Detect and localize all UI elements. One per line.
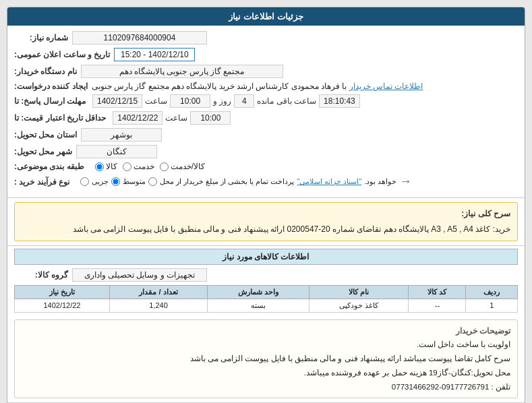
radio-kala-khadamat-input[interactable] [160,162,169,171]
nam-dastgah-value: مجتمع گاز پارس جنوبی پالایشگاه دهم [81,65,283,78]
saat-label: ساعت [145,96,167,106]
tamam-text: پرداخت تمام یا بخشی از مبلغ خریدار از مح… [160,177,294,186]
radio-khadamat-label: خدمت [134,162,154,171]
shomare-niyaz-label: شماره نیاز: [14,33,68,42]
card-header: جزئیات اطلاعات نیاز [7,7,525,26]
col-tarikh: تاریخ نیاز [15,285,110,299]
heddate-saat-label: ساعت [165,113,187,123]
shahr-value: کنگان [76,145,157,158]
desc-line2: سرح کامل تقاضا پیوست میباشد ارائه پیشنها… [190,354,510,363]
radio-kala-label: کالا [106,162,117,171]
page-title: جزئیات اطلاعات نیاز [229,11,303,22]
radio-motavasset-input[interactable] [111,177,120,186]
radio-kala-khadamat[interactable]: کالا/خدمت [160,162,205,171]
table-row: 1--کاغذ خودکپیبسته1,2401402/12/22 [15,299,518,312]
tabaghe-row: کالا/خدمت خدمت کالا طبقه بندی موضوعی: [14,162,518,171]
shomare-niyaz-value: 1102097684000904 [72,31,207,44]
red-arrow-icon: → [400,175,412,189]
rooz-value: 4 [234,94,254,108]
ijad-konande-row: اطلاعات تماس خریدار با فرهاد محمودی کارش… [14,82,518,91]
cell-nam: کاغذ خودکپی [309,299,409,312]
radio-kala-input[interactable] [95,162,104,171]
shahr-label: شهر محل تحویل: [14,147,72,156]
tarikh-ilan-label: تاریخ و ساعت اعلان عمومی: [14,50,110,59]
mohlat-row: 18:10:43 ساعت باقی مانده 4 روز و 10:00 س… [14,94,518,108]
shomare-niyaz-row: 1102097684000904 شماره نیاز: [14,31,518,44]
serh-koli-text: خرید: کاغذ A3 , A5 , A4 پالایشگاه دهم تق… [73,224,511,234]
serh-koli-section: سرح کلی نیاز: خرید: کاغذ A3 , A5 , A4 پا… [14,202,518,241]
shahr-row: کنگان شهر محل تحویل: [14,145,518,158]
page-wrapper: جزئیات اطلاعات نیاز 1102097684000904 شما… [0,0,532,403]
heddate-date: 1402/12/22 [113,111,162,125]
nam-dastgah-label: نام دستگاه خریدار: [14,67,77,76]
rooz-label: روز و [213,96,231,106]
kala-section-title: اطلاعات کالاهای مورد نیاز [14,249,518,265]
tabaghe-radio-group: کالا/خدمت خدمت کالا [95,162,205,171]
heddate-label: حداقل تاریخ اعتبار قیمت: تا [14,113,106,123]
table-header-row: ردیف کد کالا نام کالا واحد شمارش تعداد /… [15,285,518,299]
desc-line1: اولویت با ساخت داخل است. [417,340,510,348]
desc-section: توضیحات خریدار اولویت با ساخت داخل است. … [14,319,518,398]
cell-tarikh: 1402/12/22 [15,299,110,312]
ijad-konande-value: فرهاد محمودی کارشناس ارشد خرید پالایشگاه… [92,82,340,91]
nam-dastgah-row: مجتمع گاز پارس جنوبی پالایشگاه دهم نام د… [14,65,518,78]
col-kod: کد کالا [409,285,466,299]
radio-khadamat[interactable]: خدمت [123,162,154,171]
baghimande-label: ساعت باقی مانده [257,96,316,106]
info-section: 1102097684000904 شماره نیاز: 1402/12/10 … [7,26,525,198]
cell-radif: 1 [466,299,518,312]
desc-title: توضیحات خریدار [456,327,510,335]
ijad-konande-label: ایجاد کننده درخواست: [14,82,88,91]
col-vahed: واحد شمارش [208,285,309,299]
kala-table: ردیف کد کالا نام کالا واحد شمارش تعداد /… [14,285,518,313]
ostan-label: استان محل تحویل: [14,130,77,140]
mohlat-label: مهلت ارسال پاسخ: تا [14,96,86,106]
date1-value: 1402/12/15 [92,94,142,108]
radio-kala-khadamat-label: کالا/خدمت [171,162,205,171]
kala-section: اطلاعات کالاهای مورد نیاز تجهیزات و وسای… [7,245,525,315]
tamam-suffix: خواهد بود. [364,177,396,186]
heddate-row: 10:00 ساعت 1402/12/22 حداقل تاریخ اعتبار… [14,111,518,125]
group-label: گروه کالا: [14,270,68,280]
ostan-row: بوشهر استان محل تحویل: [14,128,518,142]
ostan-value: بوشهر [81,128,162,142]
tarikh-ilan-row: 1402/12/10 - 15:20 تاریخ و ساعت اعلان عم… [14,48,518,61]
radio-kala[interactable]: کالا [95,162,117,171]
tamam-link[interactable]: "اسناد خزانه اسلامی" [297,177,361,186]
main-card: جزئیات اطلاعات نیاز 1102097684000904 شما… [7,7,525,403]
radio-motavasset-label: متوسط [123,177,146,186]
col-radif: ردیف [466,285,518,299]
radio-tamam-input[interactable] [148,177,157,186]
tabaghe-label: طبقه بندی موضوعی: [14,162,84,171]
desc-line4: تلفن : 09177726791-07731466292 [392,383,510,391]
col-nam: نام کالا [309,285,409,299]
heddate-saat: 10:00 [190,111,231,125]
noepardazesh-label: نوع فرآیند خرید : [14,177,69,187]
tarikh-ilan-value: 1402/12/10 - 15:20 [114,48,195,61]
cell-vahed: بسته [208,299,309,312]
cell-kod: -- [409,299,466,312]
ijad-konande-link[interactable]: اطلاعات تماس خریدار [349,82,423,91]
group-row: تجهیزات و وسایل تحصیلی واداری گروه کالا: [14,268,518,282]
cell-tedad: 1,240 [109,299,207,312]
serh-koli-label: سرح کلی نیاز: [22,207,510,220]
noepardazesh-row: → خواهد بود. "اسناد خزانه اسلامی" پرداخت… [14,175,518,189]
radio-jozyi-label: جزیی [92,177,109,186]
radio-khadamat-input[interactable] [123,162,131,171]
col-tedad: تعداد / مقدار [109,285,207,299]
baghimande-value: 18:10:43 [319,94,360,108]
desc-line3: محل تحویل:کنگان-گاز19 هزینه حمل بر عهده … [304,369,510,377]
saat1-value: 10:00 [170,94,210,108]
radio-jozyi-input[interactable] [80,177,89,186]
group-value: تجهیزات و وسایل تحصیلی واداری [72,268,207,282]
